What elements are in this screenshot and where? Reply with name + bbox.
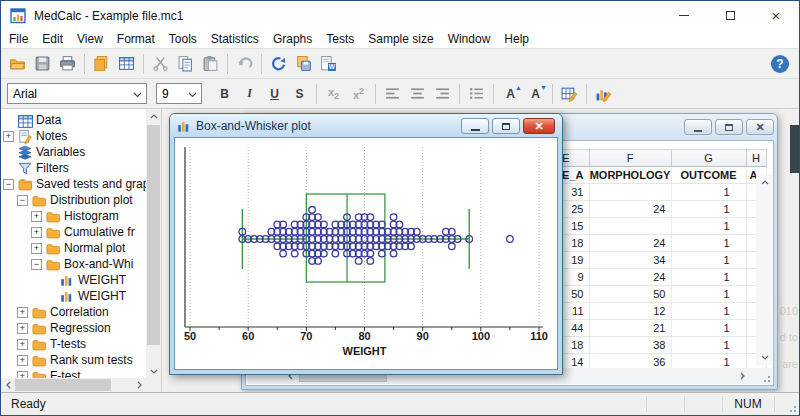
italic-icon[interactable]: I [237,83,262,105]
tree-item-distribution-plot[interactable]: −Distribution plot [1,192,146,208]
underline-icon[interactable]: U [262,83,287,105]
maximize-icon[interactable] [492,118,520,134]
maximize-icon[interactable] [707,1,753,30]
menu-item-window[interactable]: Window [441,31,498,47]
box-whisker-plot-window[interactable]: Box-and-Whisker plot ✕ 5060708090100110W… [169,113,563,375]
menu-item-tests[interactable]: Tests [319,31,361,47]
tree-item-weight[interactable]: WEIGHT [1,288,146,304]
collapse-icon[interactable]: − [3,179,14,190]
close-icon[interactable]: ✕ [746,119,774,135]
data-cell[interactable]: 21 [589,320,671,337]
menu-item-help[interactable]: Help [497,31,536,47]
export-doc-icon[interactable]: W [316,52,341,76]
data-cell[interactable]: 1 [671,252,746,269]
strike-icon[interactable]: S [287,83,312,105]
tree-item-t-tests[interactable]: +T-tests [1,336,146,352]
scroll-right-icon[interactable] [132,378,146,392]
save-all-icon[interactable] [291,52,316,76]
column-header-f[interactable]: F [589,150,671,167]
scroll-up-icon[interactable] [147,109,161,123]
expand-icon[interactable]: + [31,243,42,254]
expand-icon[interactable]: + [17,371,28,379]
tree-item-rank-sum-tests[interactable]: +Rank sum tests [1,352,146,368]
menu-item-graphs[interactable]: Graphs [266,31,319,47]
data-cell[interactable]: 1 [671,337,746,354]
align-center-icon[interactable] [405,83,430,105]
data-cell[interactable]: 1 [671,218,746,235]
superscript-icon[interactable]: x2 [346,83,371,105]
scroll-left-icon[interactable] [1,378,15,392]
scroll-down-icon[interactable] [147,364,161,378]
help-icon[interactable]: ? [771,55,789,73]
column-header-g[interactable]: G [671,150,746,167]
font-size-select[interactable]: 9 [156,83,202,104]
list-icon[interactable] [464,83,489,105]
grid-icon[interactable] [114,52,139,76]
variable-name-cell[interactable]: OUTCOME [671,167,746,184]
tree-item-data[interactable]: Data [1,112,146,128]
refresh-icon[interactable] [266,52,291,76]
scroll-right-icon[interactable] [735,368,750,383]
menu-item-view[interactable]: View [70,31,110,47]
data-cell[interactable]: 24 [589,201,671,218]
tree-item-cumulative-fr[interactable]: +Cumulative fr [1,224,146,240]
collapse-icon[interactable]: − [31,259,42,270]
tree-item-weight[interactable]: WEIGHT [1,272,146,288]
copy-icon[interactable] [173,52,198,76]
tree-item-notes[interactable]: +Notes [1,128,146,144]
tree-item-correlation[interactable]: +Correlation [1,304,146,320]
expand-icon[interactable]: + [17,307,28,318]
close-icon[interactable]: ✕ [523,118,555,134]
open-icon[interactable] [5,52,30,76]
data-cell[interactable]: 38 [589,337,671,354]
minimize-icon[interactable] [684,119,712,135]
resize-grip-icon[interactable] [760,372,770,382]
copy-sheets-icon[interactable] [89,52,114,76]
menu-item-sample-size[interactable]: Sample size [361,31,440,47]
expand-icon[interactable]: + [3,131,14,142]
sheet-vertical-scrollbar[interactable] [756,175,772,365]
data-cell[interactable]: 24 [589,269,671,286]
menu-item-format[interactable]: Format [110,31,162,47]
menu-item-statistics[interactable]: Statistics [204,31,266,47]
data-cell[interactable]: 1 [671,303,746,320]
tree-item-histogram[interactable]: +Histogram [1,208,146,224]
data-cell[interactable]: 1 [671,286,746,303]
variable-name-cell[interactable]: MORPHOLOGY [589,167,671,184]
subscript-icon[interactable]: x2 [321,83,346,105]
edit-table-icon[interactable] [557,83,582,105]
font-increase-icon[interactable]: A▲ [498,83,523,105]
tree-item-normal-plot[interactable]: +Normal plot [1,240,146,256]
align-right-icon[interactable] [430,83,455,105]
data-cell[interactable]: 24 [589,235,671,252]
expand-icon[interactable]: + [31,227,42,238]
font-decrease-icon[interactable]: A▼ [523,83,548,105]
close-icon[interactable]: × [753,1,799,30]
cut-icon[interactable] [148,52,173,76]
undo-icon[interactable] [232,52,257,76]
align-left-icon[interactable] [380,83,405,105]
menu-item-tools[interactable]: Tools [162,31,204,47]
data-cell[interactable] [589,218,671,235]
tree-item-saved-tests-and-grap[interactable]: −Saved tests and grap [1,176,146,192]
column-header-h[interactable]: H [746,150,766,167]
scroll-down-icon[interactable] [757,350,772,365]
data-cell[interactable]: 34 [589,252,671,269]
data-cell[interactable] [589,184,671,201]
scroll-up-icon[interactable] [757,175,772,190]
expand-icon[interactable]: + [17,355,28,366]
bold-icon[interactable]: B [212,83,237,105]
scroll-thumb[interactable] [147,125,160,345]
edit-chart-icon[interactable] [591,83,616,105]
scroll-thumb[interactable] [15,379,111,391]
expand-icon[interactable]: + [31,211,42,222]
data-cell[interactable]: 1 [671,320,746,337]
data-cell[interactable]: 1 [671,235,746,252]
data-cell[interactable]: 1 [671,201,746,218]
tree-item-filters[interactable]: Filters [1,160,146,176]
print-icon[interactable] [55,52,80,76]
paste-icon[interactable] [198,52,223,76]
menu-item-file[interactable]: File [2,31,35,47]
maximize-icon[interactable] [715,119,743,135]
tree-item-box-and-whi[interactable]: −Box-and-Whi [1,256,146,272]
